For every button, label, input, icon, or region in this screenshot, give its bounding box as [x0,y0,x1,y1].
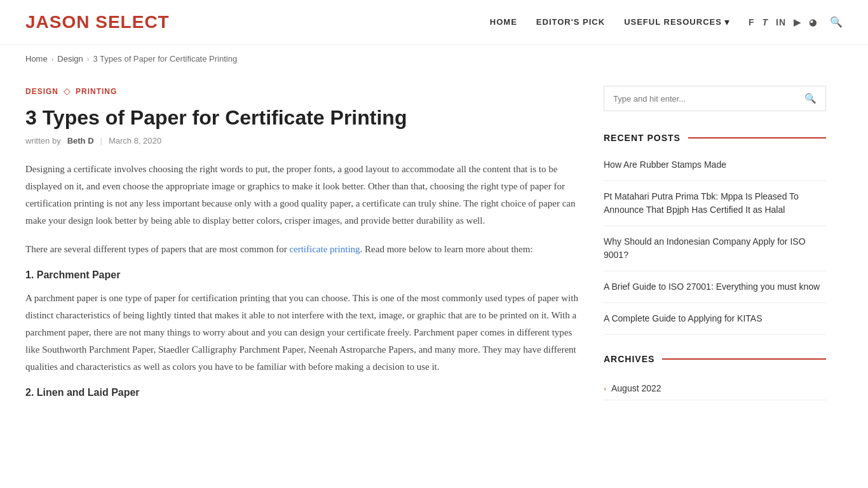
main-container: DESIGN ◇ PRINTING 3 Types of Paper for C… [0,73,868,433]
article-title: 3 Types of Paper for Certificate Printin… [25,105,578,130]
article-tags: DESIGN ◇ PRINTING [25,86,578,97]
search-box[interactable]: 🔍 [604,86,826,111]
linkedin-icon[interactable]: in [776,17,786,27]
article-author[interactable]: Beth D [67,136,94,146]
chevron-down-icon: ▾ [724,16,729,28]
breadcrumb-home[interactable]: Home [25,54,48,64]
certificate-printing-link[interactable]: certificate printing [289,244,360,254]
archives-section: ARCHIVES › August 2022 [604,354,826,400]
recent-posts-title: RECENT POSTS [604,133,826,149]
facebook-icon[interactable]: f [749,17,755,27]
recent-post-link-3[interactable]: Why Should an Indonesian Company Apply f… [604,236,806,260]
rss-icon[interactable]: ◕ [809,17,817,27]
breadcrumb-sep-1: › [51,55,54,63]
nav-home[interactable]: HOME [490,17,517,27]
tag-separator: ◇ [64,86,71,97]
main-nav: HOME EDITOR'S PICK USEFUL RESOURCES ▾ f … [490,16,843,28]
nav-useful-resources[interactable]: USEFUL RESOURCES ▾ [624,16,729,28]
tag-design[interactable]: DESIGN [25,87,58,96]
search-icon[interactable]: 🔍 [830,16,843,28]
recent-post-item-4: A Brief Guide to ISO 27001: Everything y… [604,271,826,303]
article-para-3: A parchment paper is one type of paper f… [25,290,578,376]
chevron-right-icon: › [604,384,606,393]
breadcrumb-current: 3 Types of Paper for Certificate Printin… [93,54,238,64]
article-para-1: Designing a certificate involves choosin… [25,161,578,229]
breadcrumb: Home › Design › 3 Types of Paper for Cer… [0,44,868,73]
twitter-icon[interactable]: t [762,17,768,27]
archives-title: ARCHIVES [604,354,826,370]
archive-link-1[interactable]: August 2022 [611,383,661,393]
recent-posts-section: RECENT POSTS How Are Rubber Stamps Made … [604,133,826,335]
recent-post-item-3: Why Should an Indonesian Company Apply f… [604,226,826,271]
nav-editors-pick[interactable]: EDITOR'S PICK [536,17,605,27]
site-logo[interactable]: JASON SELECT [25,12,170,32]
recent-post-link-2[interactable]: Pt Matahari Putra Prima Tbk: Mppa Is Ple… [604,191,799,215]
recent-post-item-2: Pt Matahari Putra Prima Tbk: Mppa Is Ple… [604,181,826,226]
archives-list: › August 2022 [604,377,826,400]
article-heading-2: 2. Linen and Laid Paper [25,387,578,398]
archive-item-1: › August 2022 [604,377,826,400]
article: DESIGN ◇ PRINTING 3 Types of Paper for C… [25,86,578,407]
article-meta: written by Beth D | March 8, 2020 [25,136,578,146]
tag-printing[interactable]: PRINTING [76,87,117,96]
social-icons-group: f t in ▶ ◕ 🔍 [749,16,843,28]
article-para-2: There are several different types of pap… [25,241,578,258]
recent-post-item-5: A Complete Guide to Applying for KITAS [604,303,826,335]
article-date: March 8, 2020 [109,136,161,146]
written-by-label: written by [25,136,61,146]
sidebar: 🔍 RECENT POSTS How Are Rubber Stamps Mad… [604,86,826,407]
article-body: Designing a certificate involves choosin… [25,161,578,398]
youtube-icon[interactable]: ▶ [794,17,801,27]
site-header: JASON SELECT HOME EDITOR'S PICK USEFUL R… [0,0,868,44]
meta-separator: | [100,136,102,146]
recent-post-link-1[interactable]: How Are Rubber Stamps Made [604,159,726,170]
recent-posts-list: How Are Rubber Stamps Made Pt Matahari P… [604,149,826,335]
recent-post-link-4[interactable]: A Brief Guide to ISO 27001: Everything y… [604,281,820,292]
breadcrumb-design[interactable]: Design [57,54,83,64]
article-para-2-after: . Read more below to learn more about th… [360,244,533,254]
search-input[interactable] [613,94,804,104]
article-para-2-before: There are several different types of pap… [25,244,289,254]
search-icon-sidebar[interactable]: 🔍 [804,93,817,104]
article-heading-1: 1. Parchment Paper [25,269,578,281]
breadcrumb-sep-2: › [87,55,90,63]
recent-post-item-1: How Are Rubber Stamps Made [604,149,826,181]
recent-post-link-5[interactable]: A Complete Guide to Applying for KITAS [604,313,763,323]
